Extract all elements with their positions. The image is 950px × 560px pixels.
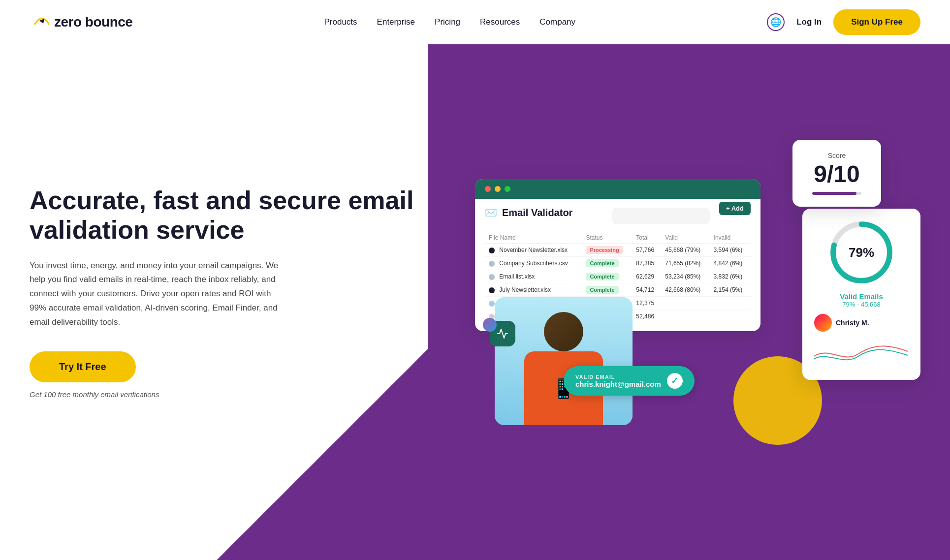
- nav-enterprise[interactable]: Enterprise: [377, 17, 415, 27]
- hero-right: Score 9/10 ✉️ Email Validator: [475, 140, 920, 445]
- cell-valid: 71,655 (82%): [661, 257, 709, 270]
- hero-left: Accurate, fast and secure email validati…: [30, 186, 475, 399]
- cell-status: Complete: [582, 283, 632, 297]
- activity-svg: [497, 328, 508, 340]
- cell-filename: November Newsletter.xlsx: [485, 244, 582, 257]
- col-filename: File Name: [485, 232, 582, 244]
- donut-percentage: 79%: [849, 245, 874, 260]
- toast-email: chris.knight@gmail.com: [575, 380, 661, 388]
- cell-total: 54,712: [632, 283, 661, 297]
- table-row: July Newsletter.xlsx Complete 54,712 42,…: [485, 283, 751, 297]
- panel-header: [475, 179, 760, 199]
- col-valid: Valid: [661, 232, 709, 244]
- cell-status: Complete: [582, 257, 632, 270]
- toast-check-icon: ✓: [667, 373, 683, 389]
- cell-invalid: 4,842 (6%): [710, 257, 751, 270]
- cell-status: Complete: [582, 270, 632, 283]
- valid-emails-card: 79% Valid Emails 79% - 45,668 Christy M.: [802, 209, 920, 380]
- nav-company[interactable]: Company: [539, 17, 575, 27]
- cell-total: 62,629: [632, 270, 661, 283]
- table-row: Email list.xlsx Complete 62,629 53,234 (…: [485, 270, 751, 283]
- cell-total: 87,385: [632, 257, 661, 270]
- score-value: 9/10: [808, 162, 865, 186]
- donut-chart: 79%: [829, 220, 893, 284]
- cell-status: Processing: [582, 244, 632, 257]
- score-bar-fill: [812, 192, 856, 195]
- language-selector[interactable]: 🌐: [767, 13, 785, 31]
- table-row: Company Subscribers.csv Complete 87,385 …: [485, 257, 751, 270]
- cell-invalid: [710, 297, 751, 310]
- cell-invalid: 2,154 (5%): [710, 283, 751, 297]
- person-card: 📱: [495, 297, 633, 425]
- panel-title: ✉️ Email Validator: [485, 207, 572, 218]
- toast-content: VALID EMAIL chris.knight@gmail.com: [575, 374, 661, 388]
- cell-filename: July Newsletter.xlsx: [485, 283, 582, 297]
- dot-green: [505, 186, 510, 192]
- email-icon: ✉️: [485, 207, 497, 218]
- nav-right: 🌐 Log In Sign Up Free: [767, 9, 920, 35]
- logo[interactable]: zero bounce: [30, 10, 132, 34]
- cell-valid: 42,668 (80%): [661, 283, 709, 297]
- score-bar: [812, 192, 861, 195]
- hero-section: Accurate, fast and secure email validati…: [0, 44, 950, 560]
- nav-products[interactable]: Products: [324, 17, 357, 27]
- signup-button[interactable]: Sign Up Free: [833, 9, 920, 35]
- cell-valid: 53,234 (85%): [661, 270, 709, 283]
- toast-label: VALID EMAIL: [575, 374, 661, 380]
- logo-icon: [30, 10, 54, 34]
- cell-valid: 45,668 (79%): [661, 244, 709, 257]
- nav-resources[interactable]: Resources: [480, 17, 520, 27]
- mini-avatar: [483, 318, 497, 332]
- ui-showcase: Score 9/10 ✉️ Email Validator: [475, 140, 920, 445]
- score-label: Score: [808, 152, 865, 159]
- cell-valid: [661, 297, 709, 310]
- valid-emails-label: Valid Emails: [814, 292, 909, 301]
- cell-valid: [661, 310, 709, 323]
- profile-avatar: [814, 314, 832, 332]
- try-it-free-button[interactable]: Try It Free: [30, 351, 136, 382]
- nav-links: Products Enterprise Pricing Resources Co…: [324, 17, 576, 27]
- table-header-row: File Name Status Total Valid Invalid: [485, 232, 751, 244]
- cell-total: 52,486: [632, 310, 661, 323]
- mini-avatar-area: [483, 318, 497, 332]
- free-note: Get 100 free monthly email verifications: [30, 390, 455, 399]
- search-input-mock: [612, 208, 710, 224]
- hero-title: Accurate, fast and secure email validati…: [30, 186, 455, 245]
- nav-pricing[interactable]: Pricing: [435, 17, 460, 27]
- wave-svg: [814, 337, 908, 366]
- cell-total: 57,766: [632, 244, 661, 257]
- score-card: Score 9/10: [792, 140, 881, 207]
- wave-lines: [814, 337, 909, 368]
- dot-red: [485, 186, 491, 192]
- cell-filename: Company Subscribers.csv: [485, 257, 582, 270]
- col-total: Total: [632, 232, 661, 244]
- login-link[interactable]: Log In: [796, 17, 822, 27]
- dot-yellow: [495, 186, 501, 192]
- profile-row: Christy M.: [814, 314, 909, 332]
- person-image: 📱: [495, 297, 633, 425]
- valid-email-toast: VALID EMAIL chris.knight@gmail.com ✓: [564, 366, 695, 396]
- valid-emails-sub: 79% - 45,668: [814, 301, 909, 308]
- add-button[interactable]: + Add: [719, 202, 751, 215]
- hero-description: You invest time, energy, and money into …: [30, 259, 285, 330]
- table-row: November Newsletter.xlsx Processing 57,7…: [485, 244, 751, 257]
- profile-name: Christy M.: [836, 319, 869, 327]
- cell-invalid: 3,832 (6%): [710, 270, 751, 283]
- cell-invalid: 3,594 (6%): [710, 244, 751, 257]
- navbar: zero bounce Products Enterprise Pricing …: [0, 0, 950, 44]
- cell-filename: Email list.xlsx: [485, 270, 582, 283]
- cell-total: 12,375: [632, 297, 661, 310]
- logo-text: zero bounce: [54, 14, 132, 30]
- col-status: Status: [582, 232, 632, 244]
- col-invalid: Invalid: [710, 232, 751, 244]
- cell-invalid: [710, 310, 751, 323]
